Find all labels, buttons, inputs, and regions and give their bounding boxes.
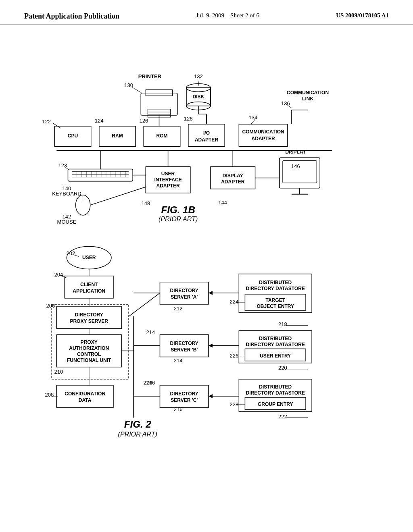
svg-text:228: 228 (229, 401, 238, 407)
svg-text:214: 214 (146, 329, 155, 335)
date-sheet: Jul. 9, 2009 Sheet 2 of 6 (196, 12, 259, 19)
svg-text:212: 212 (174, 305, 183, 312)
svg-text:146: 146 (291, 163, 300, 169)
svg-text:218: 218 (278, 321, 287, 327)
svg-text:132: 132 (194, 73, 203, 79)
svg-text:PROXY SERVER: PROXY SERVER (70, 318, 108, 324)
svg-text:CLIENT: CLIENT (80, 282, 98, 287)
svg-text:134: 134 (249, 114, 258, 121)
svg-line-95 (90, 187, 146, 205)
svg-rect-86 (280, 158, 320, 188)
svg-text:202: 202 (67, 250, 75, 256)
svg-marker-177 (209, 343, 213, 347)
svg-text:ROM: ROM (156, 133, 167, 139)
svg-text:CONFIGURATION: CONFIGURATION (65, 391, 105, 397)
svg-text:DIRECTORY: DIRECTORY (75, 312, 103, 318)
svg-text:122: 122 (42, 118, 51, 125)
svg-text:COMMUNICATION: COMMUNICATION (287, 90, 329, 96)
svg-text:SERVER 'B': SERVER 'B' (171, 347, 198, 353)
svg-text:COMMUNICATION: COMMUNICATION (242, 129, 284, 135)
svg-text:DISPLAY: DISPLAY (223, 173, 243, 179)
svg-text:APPLICATION: APPLICATION (73, 288, 105, 294)
svg-text:FIG. 2: FIG. 2 (124, 419, 152, 430)
svg-line-31 (198, 78, 199, 85)
patent-diagram: CPU 122 RAM 124 ROM 126 I/O ADAPTER 128 … (24, 33, 389, 532)
sheet: Sheet 2 of 6 (230, 12, 259, 19)
svg-text:220: 220 (278, 365, 287, 371)
svg-text:PRINTER: PRINTER (138, 73, 162, 79)
svg-text:DATA: DATA (79, 397, 92, 403)
svg-text:USER: USER (161, 171, 175, 177)
svg-text:FUNCTIONAL UNIT: FUNCTIONAL UNIT (67, 357, 111, 363)
svg-text:DIRECTORY: DIRECTORY (170, 341, 198, 346)
svg-text:RAM: RAM (112, 133, 123, 139)
patent-number: US 2009/0178105 A1 (336, 12, 389, 19)
svg-text:DIRECTORY: DIRECTORY (170, 391, 198, 397)
svg-marker-179 (209, 394, 213, 398)
svg-text:AUTHORIZATION: AUTHORIZATION (69, 345, 109, 351)
page-header: Patent Application Publication Jul. 9, 2… (0, 0, 413, 25)
svg-text:210: 210 (54, 369, 63, 375)
svg-text:GROUP ENTRY: GROUP ENTRY (258, 401, 293, 407)
svg-text:OBJECT ENTRY: OBJECT ENTRY (257, 303, 294, 309)
svg-marker-175 (209, 291, 213, 295)
svg-text:148: 148 (141, 200, 150, 206)
svg-text:208: 208 (45, 392, 54, 398)
svg-text:SERVER 'A': SERVER 'A' (171, 294, 198, 300)
publication-label: Patent Application Publication (24, 12, 119, 21)
svg-text:214: 214 (174, 357, 183, 364)
svg-text:(PRIOR ART): (PRIOR ART) (118, 430, 157, 438)
svg-text:224: 224 (229, 299, 238, 305)
diagram-area: CPU 122 RAM 124 ROM 126 I/O ADAPTER 128 … (24, 33, 389, 532)
svg-text:(PRIOR ART): (PRIOR ART) (159, 215, 198, 222)
svg-rect-54 (68, 169, 133, 181)
svg-line-4 (52, 123, 60, 128)
svg-rect-15 (239, 124, 288, 146)
svg-text:CONTROL: CONTROL (77, 351, 101, 357)
svg-line-141 (129, 293, 160, 316)
svg-text:TARGET: TARGET (265, 297, 285, 303)
main-content: CPU 122 RAM 124 ROM 126 I/O ADAPTER 128 … (0, 25, 413, 532)
svg-text:126: 126 (139, 118, 148, 124)
svg-text:204: 204 (54, 272, 63, 278)
svg-text:ADAPTER: ADAPTER (195, 137, 219, 143)
svg-text:136: 136 (281, 100, 290, 106)
svg-text:DISPLAY: DISPLAY (285, 149, 306, 155)
svg-text:MOUSE: MOUSE (57, 219, 77, 225)
date: Jul. 9, 2009 (196, 12, 224, 19)
svg-text:I/O: I/O (203, 130, 210, 136)
svg-text:DIRECTORY: DIRECTORY (170, 288, 198, 293)
svg-text:DISTRIBUTED: DISTRIBUTED (259, 336, 292, 341)
svg-text:222: 222 (278, 414, 287, 420)
svg-text:DISTRIBUTED: DISTRIBUTED (259, 384, 292, 390)
svg-text:DIRECTORY DATASTORE: DIRECTORY DATASTORE (246, 390, 305, 396)
svg-text:FIG. 1B: FIG. 1B (161, 204, 195, 215)
svg-text:INTERFACE: INTERFACE (154, 177, 181, 183)
svg-text:DISK: DISK (193, 94, 204, 100)
svg-text:128: 128 (184, 116, 193, 122)
svg-text:130: 130 (124, 82, 133, 88)
svg-text:CPU: CPU (68, 133, 78, 139)
svg-text:216: 216 (174, 406, 183, 412)
svg-text:124: 124 (95, 118, 104, 124)
svg-text:ADAPTER: ADAPTER (252, 136, 275, 141)
svg-text:ADAPTER: ADAPTER (156, 183, 180, 189)
svg-text:LINK: LINK (302, 96, 313, 102)
svg-text:144: 144 (218, 200, 227, 206)
svg-line-22 (131, 87, 142, 93)
svg-text:216: 216 (146, 380, 155, 386)
svg-text:226: 226 (229, 353, 238, 359)
svg-text:SERVER 'C': SERVER 'C' (171, 397, 198, 403)
svg-text:DIRECTORY DATASTORE: DIRECTORY DATASTORE (246, 342, 305, 347)
svg-text:PROXY: PROXY (81, 339, 98, 345)
svg-text:DISTRIBUTED: DISTRIBUTED (259, 280, 292, 285)
svg-text:DIRECTORY DATASTORE: DIRECTORY DATASTORE (246, 286, 305, 291)
svg-text:ADAPTER: ADAPTER (221, 179, 245, 185)
svg-text:206: 206 (46, 303, 55, 309)
svg-text:USER ENTRY: USER ENTRY (260, 353, 291, 359)
svg-text:KEYBOARD: KEYBOARD (52, 191, 81, 197)
svg-text:USER: USER (82, 255, 96, 260)
